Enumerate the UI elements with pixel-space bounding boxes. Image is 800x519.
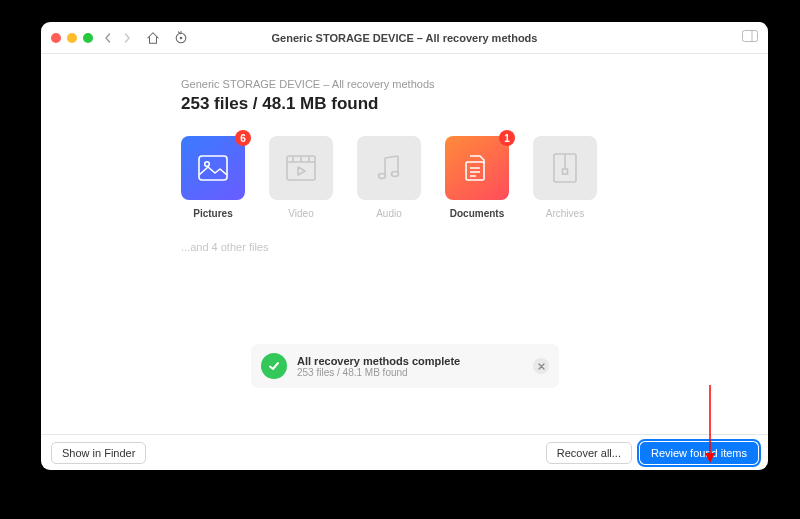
completion-close-button[interactable] (533, 358, 549, 374)
show-in-finder-button[interactable]: Show in Finder (51, 442, 146, 464)
audio-label: Audio (357, 208, 421, 219)
video-icon (286, 155, 316, 181)
audio-tile (357, 136, 421, 200)
forward-button[interactable] (122, 33, 138, 43)
svg-point-5 (205, 162, 210, 167)
category-pictures[interactable]: 6 Pictures (181, 136, 245, 219)
results-headline: 253 files / 48.1 MB found (181, 94, 768, 114)
category-video[interactable]: Video (269, 136, 333, 219)
svg-rect-2 (743, 31, 758, 42)
check-icon (261, 353, 287, 379)
archives-tile (533, 136, 597, 200)
archives-label: Archives (533, 208, 597, 219)
back-button[interactable] (103, 33, 119, 43)
video-label: Video (269, 208, 333, 219)
review-found-items-button[interactable]: Review found items (640, 442, 758, 464)
footer: Show in Finder Recover all... Review fou… (41, 434, 768, 470)
home-button[interactable] (146, 31, 164, 45)
documents-label: Documents (445, 208, 509, 219)
scan-button[interactable] (174, 31, 192, 45)
breadcrumb: Generic STORAGE DEVICE – All recovery me… (181, 78, 768, 90)
archive-icon (553, 153, 577, 183)
audio-icon (376, 154, 402, 182)
pictures-tile: 6 (181, 136, 245, 200)
content-area: Generic STORAGE DEVICE – All recovery me… (41, 54, 768, 434)
close-window-button[interactable] (51, 33, 61, 43)
completion-panel: All recovery methods complete 253 files … (251, 344, 559, 388)
sidebar-toggle-button[interactable] (742, 30, 758, 42)
category-documents[interactable]: 1 Documents (445, 136, 509, 219)
video-tile (269, 136, 333, 200)
toolbar: Generic STORAGE DEVICE – All recovery me… (41, 22, 768, 54)
window-controls (51, 33, 93, 43)
documents-badge: 1 (499, 130, 515, 146)
other-files-text: ...and 4 other files (181, 241, 768, 253)
pictures-label: Pictures (181, 208, 245, 219)
image-icon (198, 155, 228, 181)
category-audio[interactable]: Audio (357, 136, 421, 219)
svg-rect-13 (466, 162, 484, 180)
svg-point-1 (180, 36, 183, 39)
category-tiles: 6 Pictures Video Audio (181, 136, 768, 219)
zoom-window-button[interactable] (83, 33, 93, 43)
documents-tile: 1 (445, 136, 509, 200)
minimize-window-button[interactable] (67, 33, 77, 43)
svg-point-12 (392, 172, 399, 177)
app-window: Generic STORAGE DEVICE – All recovery me… (41, 22, 768, 470)
document-icon (462, 153, 492, 183)
svg-rect-4 (199, 156, 227, 180)
svg-point-11 (379, 174, 386, 179)
pictures-badge: 6 (235, 130, 251, 146)
completion-title: All recovery methods complete (297, 355, 460, 367)
completion-text: All recovery methods complete 253 files … (297, 355, 460, 378)
nav-arrows (103, 33, 138, 43)
recover-all-button[interactable]: Recover all... (546, 442, 632, 464)
svg-rect-19 (563, 169, 568, 174)
category-archives[interactable]: Archives (533, 136, 597, 219)
completion-subtitle: 253 files / 48.1 MB found (297, 367, 460, 378)
